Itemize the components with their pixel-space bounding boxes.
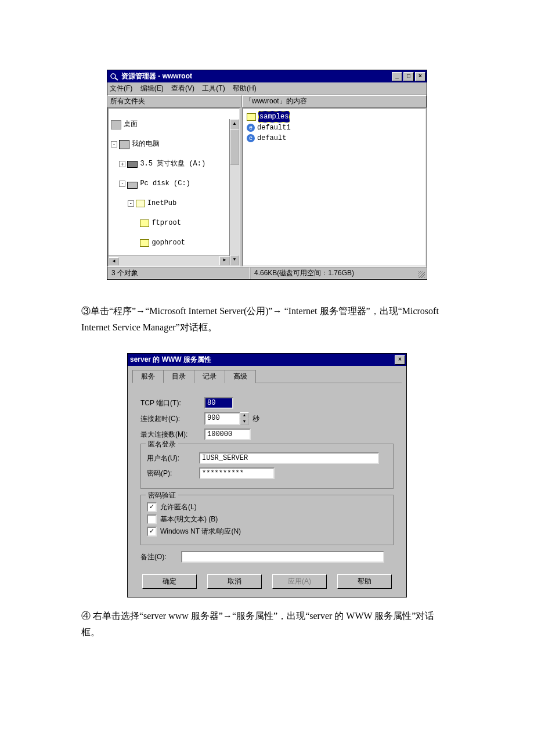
comment-label: 备注(O): xyxy=(140,552,181,562)
username-label: 用户名(U): xyxy=(147,453,199,463)
statusbar: 3 个对象 4.66KB(磁盘可用空间：1.76GB) xyxy=(107,267,427,279)
tab-log[interactable]: 记录 xyxy=(194,370,225,383)
file-default[interactable]: edefault xyxy=(247,133,422,143)
tree-scrollbar[interactable]: ▲ ▼ xyxy=(229,119,239,265)
left-pane-header: 所有文件夹 xyxy=(107,95,242,107)
tab-service[interactable]: 服务 xyxy=(132,370,164,383)
tree-inetpub[interactable]: -InetPub xyxy=(111,199,238,208)
menu-tools[interactable]: 工具(T) xyxy=(202,84,225,92)
svg-point-0 xyxy=(111,74,116,78)
dialog-tabs: 服务 目录 记录 高级 xyxy=(132,369,402,383)
ntlm-checkbox[interactable]: ✓Windows NT 请求/响应(N) xyxy=(147,527,387,537)
dialog-title: server 的 WWW 服务属性 xyxy=(130,355,211,365)
dialog-close-button[interactable]: × xyxy=(395,355,405,365)
floppy-icon xyxy=(127,161,138,168)
anonymous-group: 用户名(U): IUSR_SERVER 密码(P): ********** xyxy=(140,444,394,489)
disk-icon xyxy=(127,182,138,189)
scroll-left-button[interactable]: ◄ xyxy=(109,257,119,267)
maximize-button[interactable]: □ xyxy=(403,72,414,81)
scroll-right-button[interactable]: ► xyxy=(219,256,230,265)
auth-group: ✓允许匿名(L) 基本(明文文本) (B) ✓Windows NT 请求/响应(… xyxy=(140,495,394,545)
help-button[interactable]: 帮助 xyxy=(337,574,392,589)
tree-gophroot[interactable]: gophroot xyxy=(111,238,238,248)
file-samples[interactable]: samples xyxy=(247,111,422,123)
instruction-para-2: ④ 右单击选择“server www 服务器”→“服务属性”，出现“server… xyxy=(81,608,453,640)
folder-icon xyxy=(140,239,149,247)
menu-view[interactable]: 查看(V) xyxy=(171,84,194,92)
status-right: 4.66KB(磁盘可用空间：1.76GB) xyxy=(250,267,427,279)
apply-button[interactable]: 应用(A) xyxy=(272,574,327,589)
dialog-titlebar[interactable]: server 的 WWW 服务属性 × xyxy=(128,354,406,366)
ok-button[interactable]: 确定 xyxy=(142,574,197,589)
www-properties-dialog: server 的 WWW 服务属性 × 服务 目录 记录 高级 TCP 端口(T… xyxy=(127,353,407,597)
comment-input[interactable] xyxy=(181,551,384,563)
close-button[interactable]: × xyxy=(415,72,425,81)
scroll-thumb[interactable] xyxy=(230,129,239,165)
folder-icon xyxy=(140,219,149,227)
timeout-spinner[interactable]: ▲▼ xyxy=(240,412,249,425)
menu-help[interactable]: 帮助(H) xyxy=(233,84,257,92)
tcp-port-label: TCP 端口(T): xyxy=(140,398,204,408)
menu-file[interactable]: 文件(F) xyxy=(110,84,132,92)
password-label: 密码(P): xyxy=(147,469,199,478)
ie-icon: e xyxy=(247,124,255,132)
tcp-port-input[interactable]: 80 xyxy=(204,397,233,409)
instruction-para-1: ③单击“程序”→“Microsoft Internet Server(公用)”→… xyxy=(81,303,453,336)
maxconn-input[interactable]: 100000 xyxy=(204,429,251,440)
tab-directory[interactable]: 目录 xyxy=(163,370,194,383)
status-left: 3 个对象 xyxy=(107,267,250,279)
basic-auth-checkbox[interactable]: 基本(明文文本) (B) xyxy=(147,514,387,524)
timeout-input[interactable]: 900 xyxy=(204,412,240,425)
cancel-button[interactable]: 取消 xyxy=(207,574,262,589)
allow-anon-checkbox[interactable]: ✓允许匿名(L) xyxy=(147,502,387,512)
password-input[interactable]: ********** xyxy=(199,467,275,479)
maxconn-label: 最大连接数(M): xyxy=(140,430,204,440)
tree-cdrive[interactable]: -Pc disk (C:) xyxy=(111,179,238,189)
folder-icon xyxy=(247,113,256,121)
timeout-label: 连接超时(C): xyxy=(140,414,204,424)
right-pane-header: 「wwwroot」的内容 xyxy=(242,95,427,107)
spin-up-icon[interactable]: ▲ xyxy=(240,412,249,419)
file-list-pane: samples edefault1 edefault xyxy=(242,107,427,267)
timeout-unit: 秒 xyxy=(252,414,259,424)
explorer-titlebar[interactable]: 资源管理器 - wwwroot _ □ × xyxy=(107,70,427,82)
folder-tree-pane: 桌面 -我的电脑 +3.5 英寸软盘 (A:) -Pc disk (C:) -I… xyxy=(107,107,240,267)
tree-hscrollbar[interactable]: ◄ ► xyxy=(109,255,230,265)
spin-down-icon[interactable]: ▼ xyxy=(240,419,249,425)
scroll-down-button[interactable]: ▼ xyxy=(230,255,239,265)
menu-edit[interactable]: 编辑(E) xyxy=(140,84,164,92)
explorer-title: 资源管理器 - wwwroot xyxy=(121,71,192,81)
tree-mycomputer[interactable]: -我的电脑 xyxy=(111,139,238,149)
explorer-icon xyxy=(110,73,119,81)
svg-line-1 xyxy=(115,78,118,80)
checkbox-checked-icon: ✓ xyxy=(147,502,157,512)
scroll-up-button[interactable]: ▲ xyxy=(230,119,239,129)
menubar: 文件(F) 编辑(E) 查看(V) 工具(T) 帮助(H) xyxy=(107,82,427,95)
checkbox-checked-icon: ✓ xyxy=(147,527,157,537)
tree-ftproot[interactable]: ftproot xyxy=(111,218,238,228)
tab-advanced[interactable]: 高级 xyxy=(225,370,256,383)
resize-grip-icon[interactable] xyxy=(418,271,425,278)
checkbox-icon xyxy=(147,514,157,524)
tree-desktop[interactable]: 桌面 xyxy=(111,120,238,129)
ie-icon: e xyxy=(247,134,255,142)
tree-floppy[interactable]: +3.5 英寸软盘 (A:) xyxy=(111,159,238,169)
computer-icon xyxy=(119,140,129,149)
file-default1[interactable]: edefault1 xyxy=(247,123,422,133)
explorer-window: 资源管理器 - wwwroot _ □ × 文件(F) 编辑(E) 查看(V) … xyxy=(107,70,427,280)
dialog-button-row: 确定 取消 应用(A) 帮助 xyxy=(132,568,402,591)
desktop-icon xyxy=(111,120,121,129)
folder-icon xyxy=(136,200,145,207)
minimize-button[interactable]: _ xyxy=(392,72,402,81)
username-input[interactable]: IUSR_SERVER xyxy=(199,452,379,464)
